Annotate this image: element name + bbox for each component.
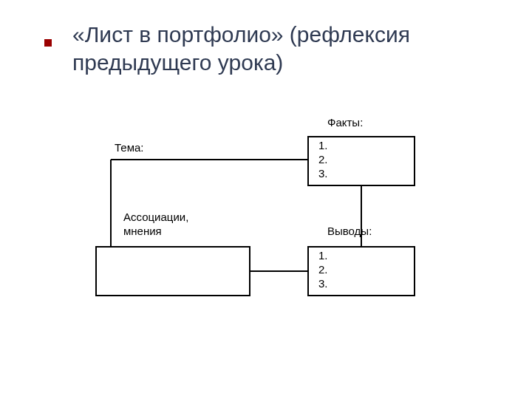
slide: «Лист в портфолио» (рефлексия предыдущег… — [0, 0, 532, 399]
box-facts-line3: 3. — [318, 167, 328, 181]
box-conclusions-line1: 1. — [318, 249, 328, 263]
label-assoc-line2: мнения — [123, 224, 162, 239]
box-facts-line2: 2. — [318, 153, 328, 167]
box-facts-line1: 1. — [318, 139, 328, 153]
box-associations — [95, 246, 250, 296]
label-fakty: Факты: — [327, 115, 363, 130]
slide-title: «Лист в портфолио» (рефлексия предыдущег… — [72, 21, 486, 76]
box-conclusions-line3: 3. — [318, 277, 328, 291]
label-assoc-line1: Ассоциации, — [123, 210, 188, 225]
box-conclusions-line2: 2. — [318, 263, 328, 277]
label-vyvody: Выводы: — [327, 224, 372, 239]
title-bullet-icon — [44, 39, 52, 47]
label-tema: Тема: — [115, 140, 144, 155]
